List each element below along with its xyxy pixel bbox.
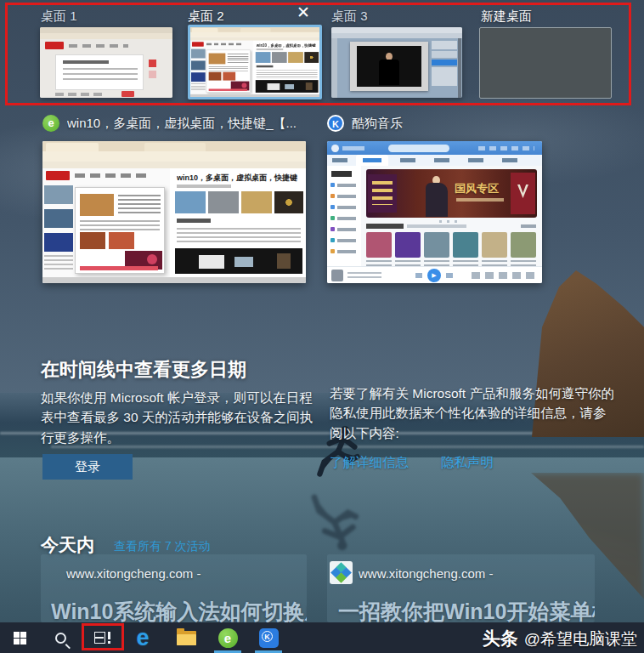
browser-360-button[interactable]: e [211, 622, 245, 653]
see-all-activities-link[interactable]: 查看所有 7 次活动 [114, 539, 211, 554]
activity-card-2[interactable]: www.xitongcheng.com - 一招教你把Win10开始菜单机 [327, 554, 595, 622]
watermark-handle: @希望电脑课堂 [524, 628, 637, 650]
activity-card-1[interactable]: www.xitongcheng.com - Win10系统输入法如何切换成 [41, 554, 307, 622]
mini-player-bar: ▶ [327, 266, 542, 283]
mini-kugou-main: 国风专区 [361, 166, 542, 266]
file-explorer-button[interactable] [168, 622, 204, 653]
mini-kugou-titlebar [327, 141, 542, 155]
search-icon [55, 633, 66, 644]
watermark-brand: 头条 [483, 627, 518, 650]
timeline-right-text: 若要了解有关 Microsoft 产品和服务如何遵守你的隐私使用此数据来个性化体… [330, 383, 615, 443]
mini-article-title: win10，多桌面，虚拟桌面，快捷键 [177, 173, 304, 184]
browser-360-icon: e [42, 115, 59, 132]
search-button[interactable] [44, 622, 76, 653]
window-thumbnail-kugou[interactable]: 国风专区 ▶ [327, 141, 542, 283]
window-title-1: win10，多桌面，虚拟桌面，快捷键_【... [67, 116, 297, 132]
mini-banner: 国风专区 [366, 169, 537, 218]
windows-logo-icon [14, 632, 26, 644]
runner-reflection [308, 485, 365, 554]
mini-album-grid [366, 232, 537, 266]
activity-title: 一招教你把Win10开始菜单机 [338, 598, 595, 622]
timeline-links: 了解详细信息 隐私声明 [330, 454, 494, 472]
banner-text: 国风专区 [455, 181, 499, 196]
start-button[interactable] [3, 622, 36, 653]
xitongcheng-icon [330, 561, 353, 584]
kugou-icon: K [259, 628, 279, 648]
timeline-left-text: 如果你使用 Microsoft 帐户登录，则可以在日程表中查看最多 30 天的活… [41, 388, 325, 447]
browser-360-icon: e [218, 628, 238, 648]
task-view-screen: 桌面 1 桌面 2 ✕ 桌面 3 新建桌面 [0, 0, 644, 653]
kugou-icon: K [327, 115, 344, 132]
window-title-row-1: e win10，多桌面，虚拟桌面，快捷键_【... [42, 113, 314, 133]
learn-more-link[interactable]: 了解详细信息 [330, 454, 409, 472]
kugou-button[interactable]: K [251, 622, 285, 653]
watermark: 头条 @希望电脑课堂 [483, 627, 637, 650]
annotation-box-desktops [5, 3, 631, 105]
activity-title: Win10系统输入法如何切换成 [51, 598, 307, 622]
mini-search-box [388, 145, 449, 152]
mini-kugou-tabs [327, 155, 542, 166]
signin-button[interactable]: 登录 [42, 454, 133, 480]
activity-source: www.xitongcheng.com - [66, 566, 201, 581]
play-button-icon: ▶ [427, 269, 441, 282]
mini-kugou-sidebar [327, 166, 361, 266]
today-heading: 今天内 [41, 533, 94, 557]
edge-icon: e [136, 627, 149, 650]
window-thumbnail-browser[interactable]: win10，多桌面，虚拟桌面，快捷键 [42, 141, 306, 283]
annotation-box-taskview [82, 623, 124, 650]
edge-button[interactable]: e [126, 622, 160, 653]
window-title-2: 酷狗音乐 [352, 116, 403, 132]
privacy-statement-link[interactable]: 隐私声明 [441, 454, 494, 472]
activity-source: www.xitongcheng.com - [359, 566, 493, 581]
timeline-heading: 在时间线中查看更多日期 [41, 357, 246, 383]
folder-icon [177, 631, 196, 645]
window-title-row-2: K 酷狗音乐 [327, 113, 539, 133]
